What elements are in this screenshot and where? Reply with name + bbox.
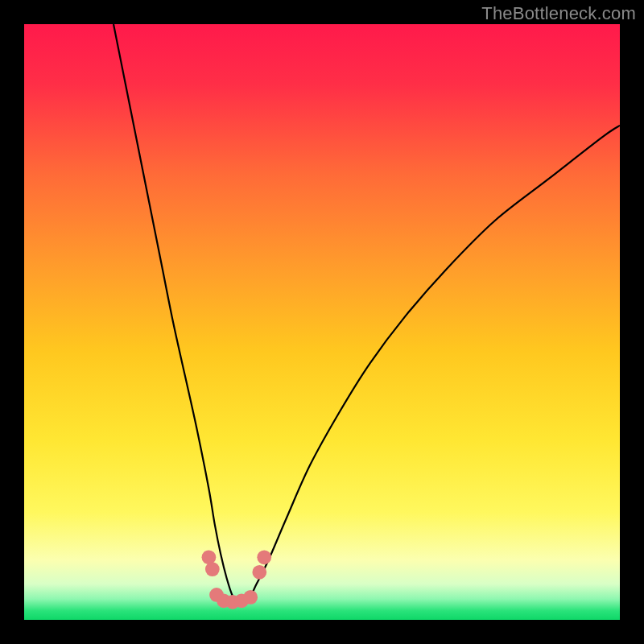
watermark-text: TheBottleneck.com bbox=[481, 3, 636, 24]
gradient-background bbox=[24, 24, 620, 620]
marker-dot bbox=[205, 562, 220, 576]
bottleneck-chart bbox=[24, 24, 620, 620]
chart-frame bbox=[24, 24, 620, 620]
marker-dot bbox=[257, 550, 271, 564]
marker-dot bbox=[252, 565, 266, 580]
marker-dot bbox=[243, 590, 258, 605]
